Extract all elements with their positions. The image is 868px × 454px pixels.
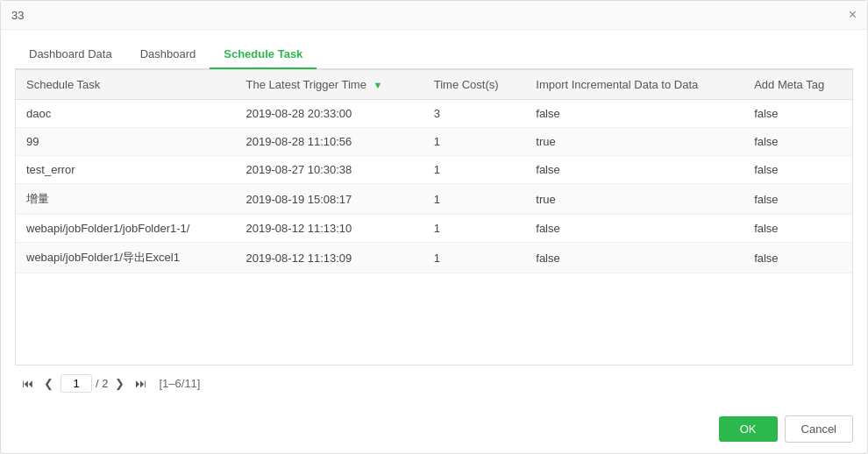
- table-cell: 2019-08-27 10:30:38: [236, 156, 423, 184]
- table-cell: 1: [423, 156, 526, 184]
- cancel-button[interactable]: Cancel: [785, 415, 853, 443]
- table-cell: 1: [423, 128, 526, 156]
- table-cell: 增量: [16, 184, 236, 215]
- table-cell: false: [525, 100, 743, 128]
- col-time-cost[interactable]: Time Cost(s): [423, 70, 526, 100]
- table-cell: false: [525, 243, 743, 273]
- col-schedule-task[interactable]: Schedule Task: [16, 70, 236, 100]
- page-total: / 2: [96, 377, 108, 390]
- table-header-row: Schedule Task The Latest Trigger Time ▼ …: [16, 70, 852, 100]
- pagination: ⏮ ❮ / 2 ❯ ⏭ [1–6/11]: [15, 365, 853, 401]
- table-cell: false: [743, 215, 852, 243]
- table-cell: 2019-08-12 11:13:10: [236, 215, 423, 243]
- table-row: 增量2019-08-19 15:08:171truefalse: [16, 184, 852, 215]
- table-row: test_error2019-08-27 10:30:381falsefalse: [16, 156, 852, 184]
- close-button[interactable]: ×: [849, 8, 857, 22]
- tab-schedule-task[interactable]: Schedule Task: [210, 40, 317, 69]
- table-cell: false: [743, 184, 852, 215]
- next-page-button[interactable]: ❯: [111, 375, 128, 392]
- table-cell: false: [743, 156, 852, 184]
- tab-dashboard[interactable]: Dashboard: [126, 40, 210, 69]
- table-cell: 99: [16, 128, 236, 156]
- table-cell: 2019-08-19 15:08:17: [236, 184, 423, 215]
- dialog: 33 × Dashboard Data Dashboard Schedule T…: [0, 0, 868, 454]
- tabs: Dashboard Data Dashboard Schedule Task: [15, 40, 853, 69]
- table-container: Schedule Task The Latest Trigger Time ▼ …: [15, 69, 853, 365]
- tab-dashboard-data[interactable]: Dashboard Data: [15, 40, 126, 69]
- table-cell: 2019-08-28 20:33:00: [236, 100, 423, 128]
- table-body: daoc2019-08-28 20:33:003falsefalse992019…: [16, 100, 852, 273]
- prev-page-button[interactable]: ❮: [40, 375, 57, 392]
- col-latest-trigger-time[interactable]: The Latest Trigger Time ▼: [236, 70, 423, 100]
- data-table: Schedule Task The Latest Trigger Time ▼ …: [16, 70, 852, 273]
- table-cell: 2019-08-12 11:13:09: [236, 243, 423, 273]
- table-cell: webapi/jobFolder1/导出Excel1: [16, 243, 236, 273]
- table-cell: 3: [423, 100, 526, 128]
- col-import-incremental[interactable]: Import Incremental Data to Data: [525, 70, 743, 100]
- table-cell: daoc: [16, 100, 236, 128]
- table-row: webapi/jobFolder1/导出Excel12019-08-12 11:…: [16, 243, 852, 273]
- table-cell: 2019-08-28 11:10:56: [236, 128, 423, 156]
- table-cell: true: [525, 184, 743, 215]
- table-cell: true: [525, 128, 743, 156]
- table-cell: 1: [423, 243, 526, 273]
- table-cell: 1: [423, 215, 526, 243]
- table-cell: webapi/jobFolder1/jobFolder1-1/: [16, 215, 236, 243]
- page-range: [1–6/11]: [159, 377, 200, 390]
- last-page-button[interactable]: ⏭: [132, 375, 150, 392]
- table-row: 992019-08-28 11:10:561truefalse: [16, 128, 852, 156]
- sort-desc-icon: ▼: [374, 80, 383, 90]
- table-row: webapi/jobFolder1/jobFolder1-1/2019-08-1…: [16, 215, 852, 243]
- table-cell: false: [743, 243, 852, 273]
- table-row: daoc2019-08-28 20:33:003falsefalse: [16, 100, 852, 128]
- col-add-meta-tag[interactable]: Add Meta Tag: [743, 70, 852, 100]
- table-cell: false: [525, 215, 743, 243]
- dialog-title: 33: [11, 9, 24, 22]
- first-page-button[interactable]: ⏮: [18, 375, 37, 392]
- dialog-body: Dashboard Data Dashboard Schedule Task S…: [1, 30, 867, 408]
- table-cell: false: [743, 128, 852, 156]
- page-number-input[interactable]: [60, 374, 92, 393]
- table-cell: test_error: [16, 156, 236, 184]
- table-cell: false: [525, 156, 743, 184]
- ok-button[interactable]: OK: [719, 416, 778, 442]
- dialog-footer: OK Cancel: [1, 408, 867, 453]
- titlebar: 33 ×: [1, 1, 867, 30]
- table-cell: 1: [423, 184, 526, 215]
- table-cell: false: [743, 100, 852, 128]
